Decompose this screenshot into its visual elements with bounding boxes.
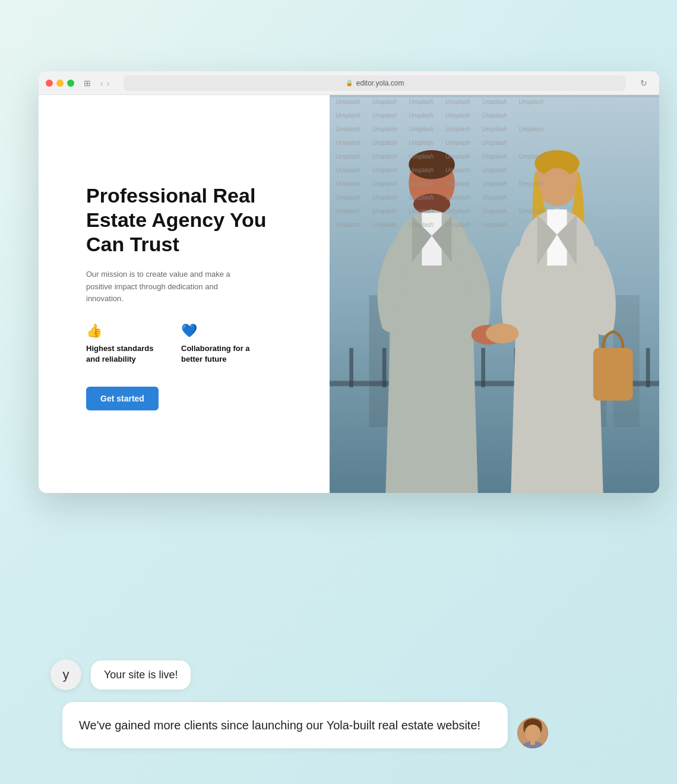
yola-avatar-letter: y bbox=[63, 667, 69, 682]
svg-rect-9 bbox=[382, 348, 387, 388]
svg-rect-28 bbox=[593, 348, 633, 401]
forward-arrow-icon[interactable]: › bbox=[107, 78, 110, 88]
svg-point-19 bbox=[409, 150, 455, 179]
chat-section: y Your site is live! We've gained more c… bbox=[39, 659, 659, 748]
features-list: 👍 Highest standards and reliability 💙 Co… bbox=[86, 323, 300, 365]
feature-item-standards: 👍 Highest standards and reliability bbox=[86, 323, 157, 365]
svg-rect-12 bbox=[481, 348, 485, 388]
svg-rect-17 bbox=[646, 348, 650, 388]
website-left-panel: Professional Real Estate Agency You Can … bbox=[39, 95, 330, 493]
feature-item-collaborating: 💙 Collaborating for a better future bbox=[181, 323, 252, 365]
back-arrow-icon[interactable]: ‹ bbox=[100, 78, 103, 88]
traffic-lights bbox=[46, 80, 74, 87]
hero-subtitle: Our mission is to create value and make … bbox=[86, 268, 241, 305]
svg-rect-8 bbox=[349, 348, 353, 388]
svg-point-25 bbox=[540, 168, 574, 205]
traffic-light-red[interactable] bbox=[46, 80, 53, 87]
svg-rect-34 bbox=[530, 739, 535, 745]
hero-title: Professional Real Estate Agency You Can … bbox=[86, 184, 300, 256]
feature-label-collaborating: Collaborating for a better future bbox=[181, 343, 252, 365]
reload-icon[interactable]: ↻ bbox=[640, 78, 647, 88]
address-bar[interactable]: 🔒 editor.yola.com bbox=[124, 75, 626, 91]
svg-point-32 bbox=[525, 725, 540, 741]
website-content: Professional Real Estate Agency You Can … bbox=[39, 95, 659, 493]
browser-titlebar: ⊞ ‹ › 🔒 editor.yola.com ↻ bbox=[39, 71, 659, 95]
sidebar-toggle-icon[interactable]: ⊞ bbox=[84, 78, 91, 88]
heart-icon: 💙 bbox=[181, 323, 252, 339]
chat-bubble-user: We've gained more clients since launchin… bbox=[50, 702, 647, 748]
user-message-bubble: We've gained more clients since launchin… bbox=[62, 702, 508, 748]
lock-icon: 🔒 bbox=[346, 80, 353, 86]
website-right-panel: Unsplash Unsplash Unsplash Unsplash Unsp… bbox=[330, 95, 659, 493]
user-message-text: We've gained more clients since launchin… bbox=[79, 719, 480, 732]
yola-message-bubble: Your site is live! bbox=[91, 660, 191, 690]
traffic-light-green[interactable] bbox=[67, 80, 74, 87]
browser-window: ⊞ ‹ › 🔒 editor.yola.com ↻ Professional R… bbox=[39, 71, 659, 493]
traffic-light-yellow[interactable] bbox=[56, 80, 64, 87]
yola-avatar: y bbox=[50, 659, 81, 690]
get-started-button[interactable]: Get started bbox=[86, 387, 159, 410]
yola-message-text: Your site is live! bbox=[104, 669, 178, 681]
url-text: editor.yola.com bbox=[356, 79, 404, 87]
thumbs-up-icon: 👍 bbox=[86, 323, 157, 339]
svg-point-27 bbox=[486, 324, 519, 343]
chat-bubble-yola: y Your site is live! bbox=[50, 659, 647, 690]
user-avatar bbox=[517, 717, 548, 748]
browser-nav: ‹ › bbox=[100, 78, 109, 88]
feature-label-standards: Highest standards and reliability bbox=[86, 343, 157, 365]
